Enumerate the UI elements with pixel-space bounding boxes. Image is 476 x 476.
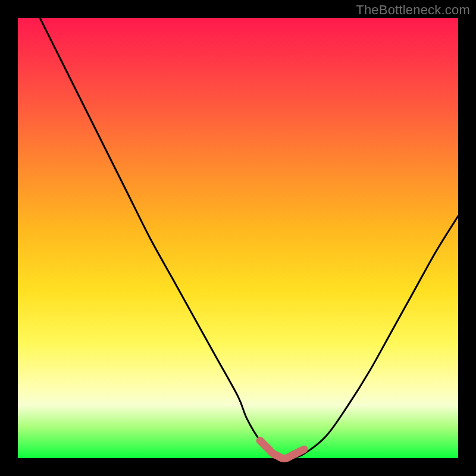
chart-frame: TheBottleneck.com (0, 0, 476, 476)
watermark-text: TheBottleneck.com (356, 2, 470, 18)
optimal-range-marker (260, 440, 304, 458)
plot-area (18, 18, 458, 458)
bottleneck-curve (40, 18, 458, 459)
curve-svg (18, 18, 458, 458)
